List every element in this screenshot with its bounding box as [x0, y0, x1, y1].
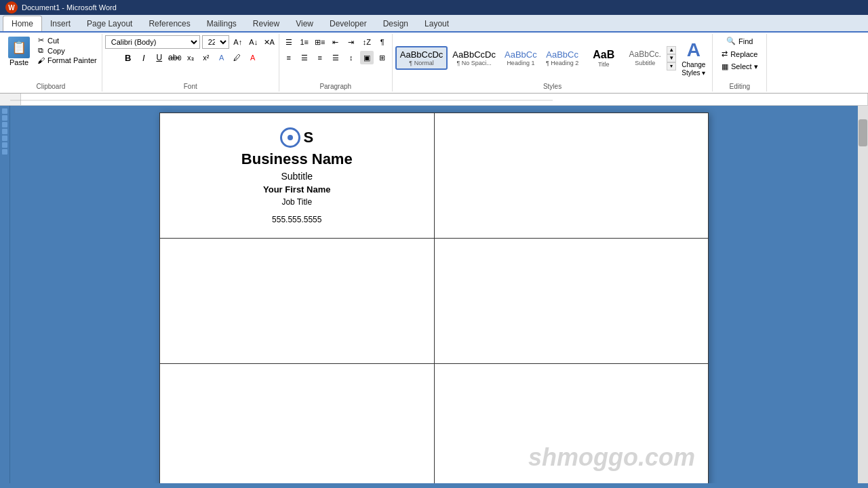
tab-layout[interactable]: Layout	[416, 16, 457, 31]
bullets-button[interactable]: ☰	[282, 35, 296, 49]
style-title[interactable]: AaB Title	[583, 45, 624, 70]
tab-mailings[interactable]: Mailings	[199, 16, 245, 31]
multilevel-button[interactable]: ⊞≡	[313, 35, 327, 49]
card-content: S Business Name Subtitle Your First Name…	[167, 120, 427, 231]
styles-group: AaBbCcDc ¶ Normal AaBbCcDc ¶ No Spaci...…	[393, 34, 713, 92]
paragraph-group: ☰ 1≡ ⊞≡ ⇤ ⇥ ↕Z ¶ ≡ ☰ ≡ ☰ ↕ ▣ ⊞ Paragraph	[279, 34, 393, 92]
change-styles-button[interactable]: A ChangeStyles ▾	[677, 37, 709, 80]
underline-button[interactable]: U	[153, 51, 166, 64]
sort-button[interactable]: ↕Z	[360, 35, 374, 49]
scrollbar-thumb[interactable]	[859, 119, 867, 146]
tab-page-layout[interactable]: Page Layout	[79, 16, 140, 31]
copy-button[interactable]: ⧉ Copy	[34, 45, 99, 56]
tab-review[interactable]: Review	[245, 16, 288, 31]
select-button[interactable]: ▦ Select ▾	[717, 61, 762, 73]
business-name: Business Name	[241, 150, 353, 168]
card-cell-bot-left[interactable]	[160, 364, 435, 484]
style-subtitle[interactable]: AaBbCc. Subtitle	[625, 47, 665, 68]
card-cell-mid-right[interactable]	[434, 239, 709, 364]
style-heading1-label: Heading 1	[507, 60, 534, 66]
numbering-button[interactable]: 1≡	[298, 35, 311, 49]
format-painter-button[interactable]: 🖌 Format Painter	[34, 56, 99, 65]
replace-button[interactable]: ⇄ Replace	[717, 48, 762, 60]
card-cell-mid-left[interactable]	[160, 239, 435, 364]
styles-scroll-down[interactable]: ▼	[667, 54, 676, 62]
increase-font-button[interactable]: A↑	[231, 35, 245, 49]
card-cell-top-left[interactable]: S Business Name Subtitle Your First Name…	[160, 113, 435, 239]
window-title: Document1 - Microsoft Word	[22, 3, 117, 12]
style-normal-preview: AaBbCcDc	[400, 49, 443, 60]
align-left-button[interactable]: ≡	[282, 51, 296, 64]
paste-label: Paste	[9, 58, 28, 66]
paste-button[interactable]: 📋 Paste	[4, 35, 34, 81]
style-normal[interactable]: AaBbCcDc ¶ Normal	[395, 46, 448, 70]
change-styles-label: ChangeStyles ▾	[682, 61, 705, 77]
ribbon-tabs: Home Insert Page Layout References Maili…	[0, 15, 868, 33]
italic-button[interactable]: I	[137, 51, 151, 64]
left-panel-dot-5	[2, 136, 7, 141]
card-logo	[280, 127, 300, 148]
clipboard-small-buttons: ✂ Cut ⧉ Copy 🖌 Format Painter	[34, 35, 99, 81]
style-title-preview: AaB	[593, 48, 614, 61]
card-cell-top-right[interactable]	[434, 113, 709, 239]
document[interactable]: S Business Name Subtitle Your First Name…	[159, 113, 709, 483]
style-title-label: Title	[598, 61, 610, 68]
tab-developer[interactable]: Developer	[321, 16, 375, 31]
text-effects-button[interactable]: A	[215, 51, 229, 64]
style-heading2-label: ¶ Heading 2	[546, 60, 578, 66]
styles-scroll-up[interactable]: ▲	[667, 46, 676, 54]
increase-indent-button[interactable]: ⇥	[344, 35, 358, 49]
align-center-button[interactable]: ☰	[298, 51, 311, 64]
style-heading1[interactable]: AaBbCc Heading 1	[500, 47, 541, 70]
select-icon: ▦	[722, 62, 728, 71]
strikethrough-button[interactable]: abc	[168, 51, 182, 64]
superscript-button[interactable]: x²	[199, 51, 213, 64]
list-row: ☰ 1≡ ⊞≡ ⇤ ⇥ ↕Z ¶	[282, 35, 389, 49]
style-no-spacing[interactable]: AaBbCcDc ¶ No Spaci...	[448, 47, 500, 70]
find-button[interactable]: 🔍 Find	[722, 35, 757, 47]
font-color-button[interactable]: A	[246, 51, 260, 64]
replace-icon: ⇄	[722, 49, 728, 58]
left-panel	[0, 106, 10, 483]
style-no-spacing-label: ¶ No Spaci...	[456, 60, 491, 66]
tab-view[interactable]: View	[288, 16, 321, 31]
align-right-button[interactable]: ≡	[313, 51, 327, 64]
style-subtitle-label: Subtitle	[635, 60, 655, 66]
card-cell-bot-right[interactable]: shmoggo.com	[434, 364, 709, 484]
decrease-indent-button[interactable]: ⇤	[329, 35, 342, 49]
line-spacing-button[interactable]: ↕	[344, 51, 358, 64]
format-painter-icon: 🖌	[36, 56, 45, 64]
copy-icon: ⧉	[36, 46, 45, 55]
shading-button[interactable]: ▣	[360, 51, 374, 64]
clear-format-button[interactable]: ✕A	[262, 35, 276, 49]
scrollbar-right[interactable]	[858, 106, 868, 483]
font-size-select[interactable]: 22	[202, 35, 229, 49]
card-s-letter: S	[303, 129, 313, 146]
app-logo: W	[5, 1, 18, 14]
left-panel-dot-6	[2, 142, 7, 148]
style-normal-label: ¶ Normal	[409, 60, 433, 66]
tab-references[interactable]: References	[140, 16, 198, 31]
cut-icon: ✂	[36, 36, 45, 45]
subscript-button[interactable]: x₂	[184, 51, 197, 64]
business-card-table: S Business Name Subtitle Your First Name…	[159, 113, 709, 483]
left-panel-dot-3	[2, 122, 7, 127]
title-bar: W Document1 - Microsoft Word	[0, 0, 868, 15]
tab-insert[interactable]: Insert	[42, 16, 79, 31]
paste-icon: 📋	[8, 37, 30, 58]
cut-button[interactable]: ✂ Cut	[34, 35, 99, 45]
tab-design[interactable]: Design	[375, 16, 416, 31]
card-phone: 555.555.5555	[272, 215, 321, 224]
logo-row: S	[280, 127, 313, 148]
justify-button[interactable]: ☰	[329, 51, 342, 64]
tab-home[interactable]: Home	[3, 16, 42, 31]
font-family-select[interactable]: Calibri (Body)	[105, 35, 200, 49]
style-heading2[interactable]: AaBbCc ¶ Heading 2	[542, 47, 583, 70]
show-hide-button[interactable]: ¶	[376, 35, 389, 49]
doc-area[interactable]: S Business Name Subtitle Your First Name…	[10, 106, 858, 483]
borders-button[interactable]: ⊞	[376, 51, 389, 64]
text-highlight-button[interactable]: 🖊	[231, 51, 244, 64]
styles-more[interactable]: ▾	[667, 62, 676, 70]
decrease-font-button[interactable]: A↓	[247, 35, 260, 49]
bold-button[interactable]: B	[121, 51, 135, 64]
